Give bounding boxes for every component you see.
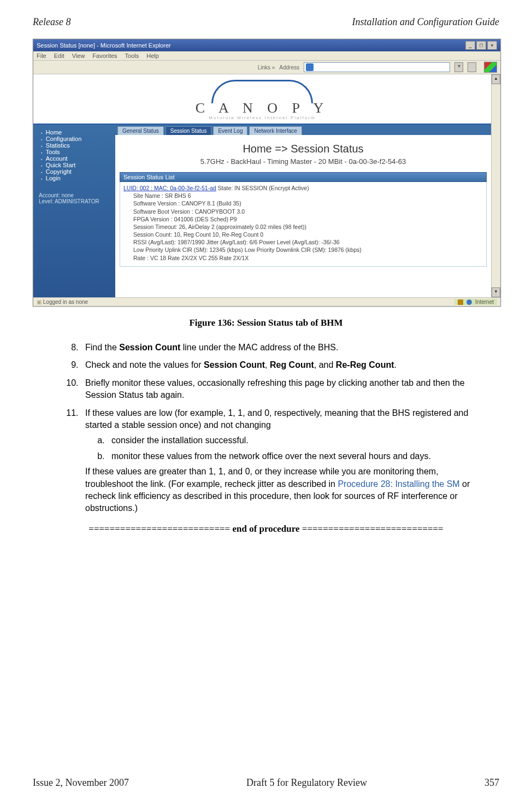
scroll-down-icon[interactable]: ▼	[492, 287, 500, 297]
ie-menubar: File Edit View Favorites Tools Help	[33, 51, 500, 61]
tab-bar: General Status Session Status Event Log …	[115, 125, 491, 135]
sidebar-item-quickstart[interactable]: Quick Start	[41, 162, 115, 168]
tab-general-status[interactable]: General Status	[117, 126, 164, 135]
sidebar: Home Configuration Statistics Tools Acco…	[33, 125, 115, 297]
page-footer: Issue 2, November 2007 Draft 5 for Regul…	[33, 777, 499, 789]
go-button[interactable]	[468, 62, 476, 72]
step-8: Find the Session Count line under the MA…	[81, 342, 477, 354]
screenshot-ie-window: Session Status [none] - Microsoft Intern…	[33, 39, 501, 307]
window-title: Session Status [none] - Microsoft Intern…	[37, 42, 171, 49]
content-title: Home => Session Status	[115, 143, 491, 155]
go-icon[interactable]	[306, 63, 314, 71]
doc-icon: ▣	[37, 299, 42, 305]
footer-left: Issue 2, November 2007	[33, 777, 129, 789]
step-10: Briefly monitor these values, occasional…	[81, 377, 477, 402]
session-line: Session Timeout: 26, AirDelay 2 (approxi…	[133, 223, 483, 231]
canopy-header: C A N O P Y Motorola Wireless Internet P…	[33, 74, 491, 125]
step-11: If these values are low (for example, 1,…	[81, 407, 477, 515]
panel-header: Session Status List	[120, 172, 487, 182]
globe-icon	[466, 299, 472, 305]
zone-text: Internet	[475, 299, 494, 305]
step-9: Check and note the values for Session Co…	[81, 359, 477, 371]
session-line: Session Count: 10, Reg Count 10, Re-Reg …	[133, 231, 483, 238]
ie-status-bar: ▣ Logged in as none Internet	[33, 297, 500, 306]
status-text: Logged in as none	[43, 299, 88, 305]
menu-item[interactable]: File	[37, 52, 46, 59]
canopy-logo: C A N O P Y	[196, 100, 329, 116]
menu-item[interactable]: Favorites	[92, 52, 117, 59]
ie-titlebar: Session Status [none] - Microsoft Intern…	[33, 39, 500, 51]
menu-item[interactable]: Edit	[54, 52, 64, 59]
lock-icon	[458, 299, 463, 305]
tab-session-status[interactable]: Session Status	[165, 126, 212, 135]
procedure-link[interactable]: Procedure 28: Installing the SM	[338, 479, 459, 489]
end-of-procedure: =========================== end of proce…	[33, 524, 499, 534]
page-header: Release 8 Installation and Configuration…	[33, 16, 499, 28]
close-icon[interactable]: ×	[487, 41, 497, 50]
menu-item[interactable]: View	[72, 52, 85, 59]
sidebar-item-home[interactable]: Home	[41, 129, 115, 136]
session-line: Software Version : CANOPY 8.1 (Build 35)	[133, 199, 483, 207]
panel-body: LUID: 002 : MAC: 0a-00-3e-f2-51-ad State…	[120, 182, 487, 267]
address-label: Address	[279, 64, 299, 70]
content-subtitle: 5.7GHz - BackHaul - Timing Master - 20 M…	[115, 157, 491, 166]
sidebar-item-tools[interactable]: Tools	[41, 149, 115, 155]
figure-caption: Figure 136: Session Status tab of BHM	[33, 318, 499, 328]
dropdown-icon[interactable]: ▾	[454, 62, 463, 72]
session-line: Software Boot Version : CANOPYBOOT 3.0	[133, 208, 483, 215]
session-line: Site Name : SR BHS 6	[133, 192, 483, 199]
scroll-up-icon[interactable]: ▲	[492, 74, 500, 84]
level-line: Level: ADMINISTRATOR	[39, 198, 115, 204]
account-line: Account: none	[39, 192, 115, 198]
sidebar-item-copyright[interactable]: Copyright	[41, 168, 115, 175]
minimize-icon[interactable]: _	[465, 41, 475, 50]
maximize-icon[interactable]: □	[476, 41, 486, 50]
session-line: Low Priority Uplink CIR (SM): 12345 (kbp…	[133, 246, 483, 254]
step-11a: consider the installation successful.	[107, 434, 477, 446]
tab-event-log[interactable]: Event Log	[213, 126, 247, 135]
step-11b: monitor these values from the network of…	[107, 450, 477, 462]
luid-link[interactable]: LUID: 002 : MAC: 0a-00-3e-f2-51-ad	[123, 185, 216, 191]
ie-logo-icon	[484, 62, 497, 73]
menu-item[interactable]: Help	[146, 52, 159, 59]
header-right: Installation and Configuration Guide	[352, 16, 499, 28]
sidebar-item-statistics[interactable]: Statistics	[41, 142, 115, 149]
sidebar-item-configuration[interactable]: Configuration	[41, 136, 115, 142]
session-line: Rate : VC 18 Rate 2X/2X VC 255 Rate 2X/1…	[133, 254, 483, 262]
main-area: General Status Session Status Event Log …	[115, 125, 491, 297]
luid-state: State: IN SESSION (Encrypt Active)	[216, 185, 309, 191]
session-line: RSSI (Avg/Last): 1987/1990 Jitter (Avg/L…	[133, 238, 483, 246]
sidebar-item-account[interactable]: Account	[41, 155, 115, 162]
footer-right: 357	[484, 777, 499, 789]
sidebar-item-login[interactable]: Login	[41, 175, 115, 181]
ie-toolbar: Links » Address ▾	[33, 61, 500, 74]
tab-network-interface[interactable]: Network Interface	[249, 126, 302, 135]
links-label[interactable]: Links »	[258, 64, 275, 70]
step-11-after: If these values are greater than 1, 1, a…	[85, 466, 477, 515]
footer-center: Draft 5 for Regulatory Review	[246, 777, 367, 789]
address-input[interactable]	[304, 62, 450, 72]
header-left: Release 8	[33, 16, 70, 28]
procedure-list: Find the Session Count line under the MA…	[66, 342, 477, 515]
session-line: FPGA Version : 041006 (DES Sched) P9	[133, 215, 483, 223]
vertical-scrollbar[interactable]: ▲ ▼	[491, 74, 500, 297]
menu-item[interactable]: Tools	[125, 52, 139, 59]
